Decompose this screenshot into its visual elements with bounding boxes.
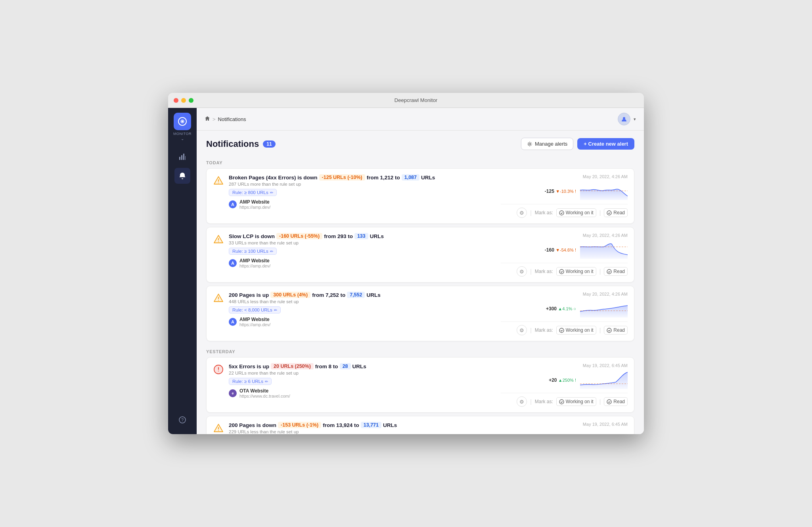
settings-button-1[interactable]: ⚙ — [517, 208, 527, 218]
sidebar-item-help[interactable]: ? — [174, 412, 190, 428]
working-on-it-button-2[interactable]: Working on it — [556, 267, 596, 276]
stat-pct-1: ▼-10.3% ! — [555, 189, 576, 194]
svg-rect-12 — [218, 183, 219, 183]
read-button-2[interactable]: Read — [604, 267, 628, 276]
notif-title-text-5a: 200 Pages is down — [229, 422, 276, 428]
notif-title-text-4a: 5xx Errors is up — [229, 364, 269, 369]
read-button-3[interactable]: Read — [604, 326, 628, 335]
mini-chart-5 — [580, 430, 628, 434]
notif-title-text-1c: URLs — [421, 175, 435, 181]
notif-subtitle-3: 448 URLs less than the rule set up — [229, 299, 496, 304]
mark-as-label-3: Mark as: — [535, 327, 553, 333]
user-avatar-button[interactable] — [618, 113, 630, 125]
notif-title-text-5c: URLs — [383, 422, 397, 428]
notif-tag-target-2: 133 — [354, 233, 368, 239]
notif-stats-3: +300 ▲4.1% ○ — [546, 306, 576, 312]
svg-rect-6 — [185, 156, 186, 160]
edit-rule-icon-2[interactable]: ✏ — [270, 249, 273, 254]
svg-rect-33 — [218, 427, 219, 429]
notif-body-5: 200 Pages is down -153 URLs (-1%) from 1… — [229, 422, 496, 434]
notif-right-4: May 19, 2022, 6:45 AM +20 ▲250% ! — [501, 363, 628, 407]
sidebar: MONITOR ⌄ ? — [168, 108, 197, 434]
read-button-1[interactable]: Read — [604, 208, 628, 217]
site-info-4: OTA Website https://www.dc.travel.com/ — [239, 388, 290, 398]
sidebar-item-notifications[interactable] — [174, 168, 190, 184]
manage-alerts-label: Manage alerts — [535, 141, 567, 147]
notif-tag-change-2: -160 URLs (-55%) — [276, 233, 322, 239]
breadcrumb: > Notifications — [205, 116, 246, 123]
svg-rect-4 — [181, 155, 182, 160]
notif-title-text-3c: URLs — [366, 292, 380, 298]
svg-point-25 — [607, 328, 611, 333]
window-title: Deepcrawl Monitor — [193, 97, 638, 103]
stat-pct-4: ▲250% ! — [558, 378, 576, 383]
settings-button-4[interactable]: ⚙ — [517, 396, 527, 407]
working-on-it-button-3[interactable]: Working on it — [556, 326, 596, 335]
user-chevron-icon[interactable]: ▾ — [634, 117, 636, 122]
settings-button-3[interactable]: ⚙ — [517, 325, 527, 335]
notif-tag-change-3: 300 URLs (4%) — [270, 292, 310, 298]
notif-date-5: May 19, 2022, 6:45 AM — [583, 422, 628, 427]
notification-card-3: 200 Pages is up 300 URLs (4%) from 7,252… — [206, 286, 634, 341]
close-button[interactable] — [174, 98, 178, 103]
svg-point-31 — [559, 400, 564, 404]
notif-rule-text-1: Rule: ≥ 800 URLs — [232, 190, 268, 195]
notif-stats-4: +20 ▲250% ! — [549, 377, 576, 383]
read-button-4[interactable]: Read — [604, 397, 628, 406]
sidebar-item-analytics[interactable] — [174, 149, 190, 165]
notif-body-2: Slow LCP is down -160 URLs (-55%) from 2… — [229, 233, 496, 268]
notif-tag-target-4: 28 — [340, 363, 351, 369]
create-alert-button[interactable]: + Create new alert — [577, 138, 634, 150]
fullscreen-button[interactable] — [189, 98, 193, 103]
notif-title-1: Broken Pages (4xx Errors) is down -125 U… — [229, 174, 496, 181]
notification-card-2: Slow LCP is down -160 URLs (-55%) from 2… — [206, 227, 634, 283]
notif-rule-1: Rule: ≥ 800 URLs ✏ — [229, 189, 277, 196]
sidebar-chevron-icon[interactable]: ⌄ — [181, 137, 184, 141]
notif-chart-area-4: +20 ▲250% ! — [549, 371, 628, 389]
notification-card-4: 5xx Errors is up 20 URLs (250%) from 8 t… — [206, 357, 634, 413]
notif-actions-4: ⚙ | Mark as: Working on it | Read — [501, 393, 628, 407]
read-label-1: Read — [613, 210, 625, 215]
warning-icon-3 — [213, 292, 224, 304]
notif-chart-area-3: +300 ▲4.1% ○ — [546, 300, 628, 317]
settings-button-2[interactable]: ⚙ — [517, 266, 527, 277]
svg-point-14 — [559, 211, 564, 215]
site-name-4: OTA Website — [239, 388, 290, 394]
svg-rect-16 — [218, 238, 219, 240]
page-title: Notifications — [206, 139, 259, 149]
notif-date-2: May 20, 2022, 4:26 AM — [583, 233, 628, 238]
app-logo[interactable] — [174, 113, 191, 130]
notif-chart-area-1: -125 ▼-10.3% ! — [545, 182, 628, 200]
notif-title-4: 5xx Errors is up 20 URLs (250%) from 8 t… — [229, 363, 496, 369]
notif-actions-2: ⚙ | Mark as: Working on it | Read — [501, 263, 628, 277]
stat-pct-2: ▼-54.6% ! — [555, 248, 576, 252]
notif-title-5: 200 Pages is down -153 URLs (-1%) from 1… — [229, 422, 496, 428]
manage-alerts-button[interactable]: Manage alerts — [521, 138, 573, 150]
notif-tag-change-4: 20 URLs (250%) — [271, 363, 314, 369]
warning-icon-5 — [213, 423, 224, 434]
edit-rule-icon-4[interactable]: ✏ — [265, 379, 268, 384]
edit-rule-icon-3[interactable]: ✏ — [274, 308, 277, 312]
read-label-2: Read — [613, 269, 625, 274]
breadcrumb-separator: > — [213, 116, 216, 122]
minimize-button[interactable] — [181, 98, 186, 103]
mark-as-label-2: Mark as: — [535, 269, 553, 274]
working-on-it-button-4[interactable]: Working on it — [556, 397, 596, 406]
edit-rule-icon-1[interactable]: ✏ — [270, 190, 273, 195]
breadcrumb-current: Notifications — [218, 116, 246, 122]
site-info-3: AMP Website https://amp.dev/ — [239, 317, 270, 327]
notif-title-text-5b: from 13,924 to — [323, 422, 359, 428]
notif-body-3: 200 Pages is up 300 URLs (4%) from 7,252… — [229, 292, 496, 327]
notif-tag-change-1: -125 URLs (-10%) — [319, 174, 365, 181]
home-icon[interactable] — [205, 116, 210, 123]
site-icon-4: e — [229, 389, 237, 397]
header-actions: Manage alerts + Create new alert — [521, 138, 634, 150]
notif-actions-1: ⚙ | Mark as: Working on it | Read — [501, 204, 628, 218]
notif-title-text-4b: from 8 to — [315, 364, 338, 369]
working-on-it-button-1[interactable]: Working on it — [556, 208, 596, 217]
mark-as-label-1: Mark as: — [535, 210, 553, 215]
section-label-today: TODAY — [206, 156, 634, 168]
svg-point-2 — [182, 121, 183, 122]
notification-card-5: 200 Pages is down -153 URLs (-1%) from 1… — [206, 416, 634, 434]
notif-stats-1: -125 ▼-10.3% ! — [545, 188, 576, 194]
